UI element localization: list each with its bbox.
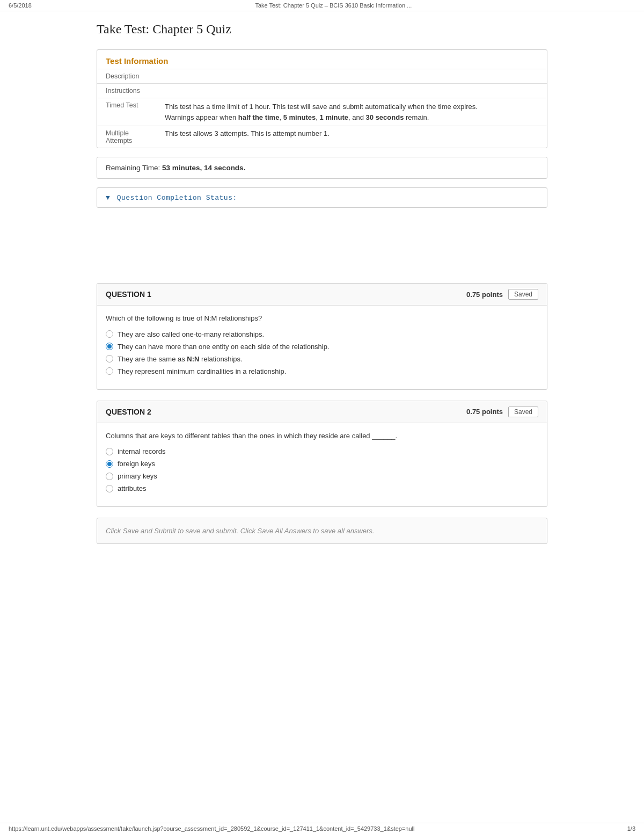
description-value (156, 69, 547, 84)
attempts-label: MultipleAttempts (97, 126, 156, 148)
test-info-row-attempts: MultipleAttempts This test allows 3 atte… (97, 126, 547, 148)
footer-bar: Click Save and Submit to save and submit… (97, 518, 547, 544)
question-1-body: Which of the following is true of N:M re… (97, 306, 547, 389)
question-2-option-2-text: foreign keys (118, 460, 155, 468)
five-minutes-bold: 5 minutes (283, 113, 316, 121)
completion-status-box[interactable]: ▼ Question Completion Status: (97, 187, 547, 208)
question-1-option-2-text: They can have more than one entity on ea… (118, 343, 330, 351)
radio-2-2-fill (107, 462, 112, 466)
question-1-box: QUESTION 1 0.75 points Saved Which of th… (97, 283, 547, 390)
test-info-table: Description Instructions Timed Test This… (97, 69, 547, 148)
instructions-label: Instructions (97, 84, 156, 98)
half-time-bold: half the time (238, 113, 280, 121)
question-2-option-2[interactable]: foreign keys (106, 460, 538, 468)
question-1-points-area: 0.75 points Saved (466, 289, 538, 300)
test-info-box: Test Information Description Instruction… (97, 49, 547, 148)
radio-2-2[interactable] (106, 460, 113, 468)
question-2-body: Columns that are keys to different table… (97, 423, 547, 507)
question-2-option-1-text: internal records (118, 447, 166, 455)
test-info-row-timed: Timed Test This test has a time limit of… (97, 98, 547, 126)
question-1-points: 0.75 points (466, 291, 503, 299)
radio-1-4[interactable] (106, 367, 113, 375)
chevron-down-icon: ▼ (106, 194, 110, 202)
test-info-heading: Test Information (97, 50, 547, 69)
completion-status-label: Question Completion Status: (117, 194, 237, 202)
browser-bar: 6/5/2018 Take Test: Chapter 5 Quiz – BCI… (0, 0, 644, 11)
question-2-number: QUESTION 2 (106, 408, 151, 416)
page-title: Take Test: Chapter 5 Quiz (97, 22, 547, 37)
question-1-text: Which of the following is true of N:M re… (106, 313, 538, 324)
question-1-option-4[interactable]: They represent minimum cardinalities in … (106, 367, 538, 375)
remaining-time-box: Remaining Time: 53 minutes, 14 seconds. (97, 157, 547, 179)
question-1-number: QUESTION 1 (106, 290, 151, 299)
one-minute-bold: 1 minute (320, 113, 348, 121)
spacer-area (97, 219, 547, 283)
question-1-option-2[interactable]: They can have more than one entity on ea… (106, 343, 538, 351)
remaining-time-value: 53 minutes, 14 seconds. (162, 164, 245, 172)
question-1-option-1[interactable]: They are also called one-to-many relatio… (106, 330, 538, 338)
browser-tab-title: Take Test: Chapter 5 Quiz – BCIS 3610 Ba… (255, 2, 412, 9)
test-info-row-description: Description (97, 69, 547, 84)
timed-test-label: Timed Test (97, 98, 156, 126)
question-2-header: QUESTION 2 0.75 points Saved (97, 401, 547, 423)
question-1-option-3-text: They are the same as N:N relationships. (118, 355, 243, 363)
attempts-value: This test allows 3 attempts. This is att… (156, 126, 547, 148)
question-1-option-3[interactable]: They are the same as N:N relationships. (106, 355, 538, 363)
radio-1-3[interactable] (106, 355, 113, 362)
question-2-option-3-text: primary keys (118, 472, 157, 480)
question-2-option-4-text: attributes (118, 484, 146, 492)
question-1-header: QUESTION 1 0.75 points Saved (97, 284, 547, 306)
instructions-value (156, 84, 547, 98)
description-label: Description (97, 69, 156, 84)
question-2-box: QUESTION 2 0.75 points Saved Columns tha… (97, 401, 547, 507)
question-1-option-4-text: They represent minimum cardinalities in … (118, 367, 286, 375)
remaining-time-label: Remaining Time: (106, 164, 160, 172)
radio-1-1[interactable] (106, 330, 113, 338)
footer-bar-text: Click Save and Submit to save and submit… (106, 527, 374, 535)
radio-2-3[interactable] (106, 473, 113, 480)
timed-test-text: This test has a time limit of 1 hour. Th… (165, 103, 478, 121)
question-2-option-4[interactable]: attributes (106, 484, 538, 492)
browser-date: 6/5/2018 (9, 2, 32, 9)
question-2-points: 0.75 points (466, 408, 503, 416)
question-2-option-3[interactable]: primary keys (106, 472, 538, 480)
page-wrapper: Take Test: Chapter 5 Quiz Test Informati… (80, 11, 564, 576)
timed-test-value: This test has a time limit of 1 hour. Th… (156, 98, 547, 126)
radio-1-2[interactable] (106, 343, 113, 350)
question-1-option-1-text: They are also called one-to-many relatio… (118, 330, 264, 338)
question-2-points-area: 0.75 points Saved (466, 407, 538, 417)
question-2-saved-badge: Saved (508, 407, 538, 417)
radio-2-1[interactable] (106, 448, 113, 455)
question-1-saved-badge: Saved (508, 289, 538, 300)
radio-1-2-fill (107, 344, 112, 349)
radio-2-4[interactable] (106, 485, 113, 492)
question-2-option-1[interactable]: internal records (106, 447, 538, 455)
question-2-text: Columns that are keys to different table… (106, 431, 538, 441)
thirty-seconds-bold: 30 seconds (366, 113, 404, 121)
completion-status-link[interactable]: ▼ Question Completion Status: (106, 194, 237, 202)
test-info-row-instructions: Instructions (97, 84, 547, 98)
